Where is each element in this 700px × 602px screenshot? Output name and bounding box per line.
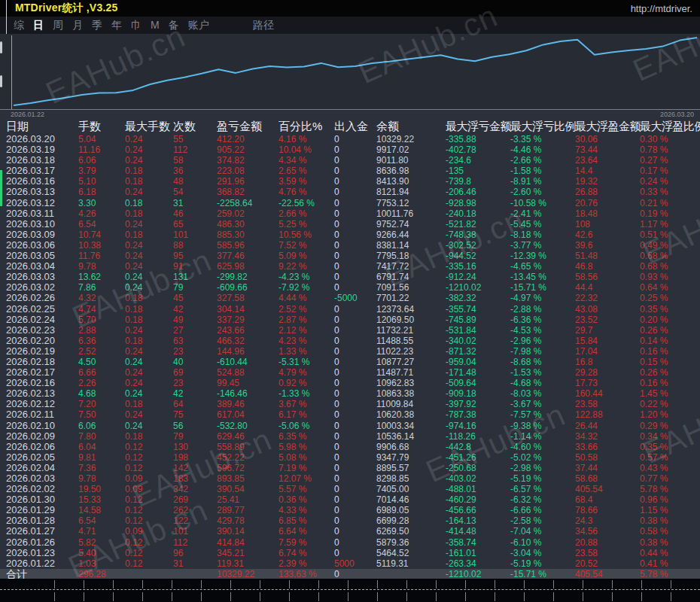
cell-7: 9906.68: [373, 442, 443, 452]
cell-10: 30.06: [572, 134, 637, 144]
cell-4: 144.96: [214, 346, 275, 357]
cell-1: 6.06: [75, 421, 122, 431]
table-row[interactable]: 2026.01.2914.580.12262289.774.33 %06989.…: [0, 505, 700, 515]
table-row[interactable]: 2026.02.192.520.2423144.961.33 %011022.2…: [0, 346, 700, 357]
cell-2: 0.12: [122, 505, 170, 515]
table-row[interactable]: 2026.02.264.320.1845327.584.44 %-5000770…: [0, 293, 700, 303]
cell-0: 2026.01.23: [0, 548, 75, 558]
table-row[interactable]: 2026.02.176.660.2469524.884.79 %011487.7…: [0, 367, 700, 378]
cell-11: 0.24 %: [637, 176, 700, 187]
table-row[interactable]: 2026.01.286.540.12122429.786.85 %06699.2…: [0, 515, 700, 526]
cell-10: 19.32: [572, 176, 637, 187]
menu-item-年[interactable]: 年: [111, 19, 122, 32]
cell-2: 0.24: [122, 346, 170, 357]
cell-7: 10620.38: [373, 409, 443, 420]
cell-6: 0: [331, 166, 373, 176]
cell-6: 0: [331, 494, 373, 505]
column-header-7[interactable]: 余额: [373, 120, 443, 134]
column-header-5[interactable]: 百分比%: [275, 120, 331, 134]
table-row[interactable]: 2026.02.127.200.1864389.463.67 %011009.8…: [0, 399, 700, 409]
cell-7: 7091.56: [373, 282, 443, 293]
menu-item-周[interactable]: 周: [53, 19, 63, 32]
scrollbar-mark[interactable]: [0, 75, 2, 87]
table-header-row: 日期手数最大手数次数盈亏金额百分比%出入金余额最大浮亏金额最大浮亏比例最大浮盈金…: [0, 120, 700, 134]
cell-9: -13.45 %: [507, 272, 572, 282]
table-row[interactable]: 2026.03.049.780.2491625.989.22 %07417.72…: [0, 261, 700, 272]
menu-item-日[interactable]: 日: [33, 19, 44, 32]
table-row[interactable]: 2026.01.3015.330.1226925.410.36 %07014.4…: [0, 494, 700, 505]
table-row[interactable]: 2026.02.039.780.09183893.8512.07 %08298.…: [0, 473, 700, 484]
table-row[interactable]: 2026.03.027.860.2479-609.66-7.92 %07091.…: [0, 282, 700, 293]
cell-10: 42.6: [572, 230, 637, 240]
menu-item-M[interactable]: M: [151, 19, 160, 32]
column-header-3[interactable]: 次数: [170, 120, 214, 134]
cell-2: 0.12: [122, 558, 170, 569]
table-row[interactable]: 2026.01.274.710.09101390.146.64 %06269.5…: [0, 526, 700, 537]
cell-11: 0.16 %: [637, 346, 700, 357]
column-header-6[interactable]: 出入金: [331, 120, 373, 134]
cell-10: 17.73: [572, 378, 637, 388]
table-row[interactable]: 2026.01.265.820.12112414.847.59 %05879.3…: [0, 537, 700, 548]
table-row[interactable]: 2026.01.235.400.1296345.216.74 %05464.52…: [0, 548, 700, 558]
table-row[interactable]: 2026.03.0610.380.2488585.967.52 %08381.1…: [0, 240, 700, 251]
column-header-9[interactable]: 最大浮亏比例: [507, 120, 572, 134]
table-row[interactable]: 2026.02.117.500.2475617.046.17 %010620.3…: [0, 409, 700, 420]
cell-3: 31: [170, 558, 214, 569]
table-row[interactable]: 2026.03.186.060.2458374.824.34 %09011.80…: [0, 155, 700, 166]
table-row[interactable]: 2026.02.059.810.12198452.225.08 %09347.7…: [0, 452, 700, 463]
table-row[interactable]: 2026.02.254.740.1842304.142.52 %012373.6…: [0, 304, 700, 315]
table-row[interactable]: 2026.02.047.360.12142596.727.19 %08895.5…: [0, 463, 700, 473]
table-row[interactable]: 2026.03.173.790.1836223.082.65 %08636.98…: [0, 166, 700, 176]
table-row[interactable]: 2026.03.114.260.1846259.022.66 %010011.7…: [0, 208, 700, 219]
table-row[interactable]: 2026.02.0219.500.09342390.545.57 %07405.…: [0, 484, 700, 494]
cell-11: 0.26 %: [637, 325, 700, 336]
table-row[interactable]: 2026.03.0313.620.24131-299.82-4.23 %0679…: [0, 272, 700, 282]
column-header-11[interactable]: 最大浮盈比例: [637, 120, 700, 134]
table-row[interactable]: 2026.02.066.040.12130558.895.98 %09906.6…: [0, 442, 700, 452]
url-text[interactable]: http://mtdriver.: [631, 3, 692, 14]
column-header-8[interactable]: 最大浮亏金额: [443, 120, 507, 134]
cell-10: 405.54: [572, 484, 637, 494]
column-header-2[interactable]: 最大手数: [122, 120, 170, 134]
menu-item-综[interactable]: 综: [14, 19, 24, 32]
cell-10: 58.68: [572, 473, 637, 484]
cell-8: -240.18: [443, 208, 507, 219]
table-row[interactable]: 2026.02.097.800.1879629.466.35 %010536.1…: [0, 431, 700, 442]
table-row[interactable]: 2026.03.205.040.2455412.204.16 %010329.2…: [0, 134, 700, 144]
table-row[interactable]: 2026.02.134.680.2442-146.46-1.33 %010863…: [0, 388, 700, 399]
menu-item-账户[interactable]: 账户: [188, 19, 209, 32]
column-header-1[interactable]: 手数: [75, 120, 122, 134]
table-row[interactable]: 2026.03.0910.740.18101885.3010.56 %09266…: [0, 230, 700, 240]
column-header-10[interactable]: 最大浮盈金额: [572, 120, 637, 134]
table-row[interactable]: 2026.03.123.300.1831-2258.64-22.56 %0775…: [0, 198, 700, 208]
menu-item-path[interactable]: 路径: [253, 19, 274, 32]
table-row[interactable]: 2026.02.184.500.2440-610.44-5.31 %010877…: [0, 357, 700, 367]
table-row[interactable]: 2026.03.1911.160.24112905.2210.04 %09917…: [0, 144, 700, 155]
cell-2: 0.18: [122, 198, 170, 208]
cell-5: 5.09 %: [275, 251, 331, 261]
menu-item-巾[interactable]: 巾: [131, 19, 142, 32]
cell-8: -912.24: [443, 272, 507, 282]
table-row[interactable]: 2026.03.106.540.2465486.305.25 %09752.74…: [0, 219, 700, 230]
menu-item-月[interactable]: 月: [72, 19, 83, 32]
cell-8: -250.68: [443, 463, 507, 473]
table-row[interactable]: 2026.01.221.030.1231119.312.39 %50005119…: [0, 558, 700, 569]
cell-9: -1.53 %: [507, 367, 572, 378]
menu-item-季[interactable]: 季: [92, 19, 102, 32]
table-row[interactable]: 2026.02.106.060.2456-532.80-5.06 %010003…: [0, 421, 700, 431]
scrollbar-mark[interactable]: [0, 41, 2, 53]
menu-item-备[interactable]: 备: [169, 19, 179, 32]
column-header-0[interactable]: 日期: [0, 120, 75, 134]
table-row[interactable]: 2026.02.232.880.2427243.662.12 %011732.2…: [0, 325, 700, 336]
table-row[interactable]: 2026.03.0511.760.2495377.465.09 %07795.1…: [0, 251, 700, 261]
column-header-4[interactable]: 盈亏金额: [214, 120, 275, 134]
table-row[interactable]: 2026.02.162.260.242399.450.92 %010962.83…: [0, 378, 700, 388]
table-row[interactable]: 2026.02.206.360.1863466.324.23 %011488.5…: [0, 336, 700, 346]
cell-11: 0.20 %: [637, 315, 700, 325]
cell-1: 6.06: [75, 155, 122, 166]
table-row[interactable]: 2026.02.245.700.1849337.292.87 %012069.5…: [0, 315, 700, 325]
cell-9: -2.98 %: [507, 463, 572, 473]
cell-8: -340.02: [443, 336, 507, 346]
table-row[interactable]: 2026.03.165.100.1848291.963.59 %08413.90…: [0, 176, 700, 187]
table-row[interactable]: 2026.03.136.180.2454368.824.76 %08121.94…: [0, 187, 700, 197]
